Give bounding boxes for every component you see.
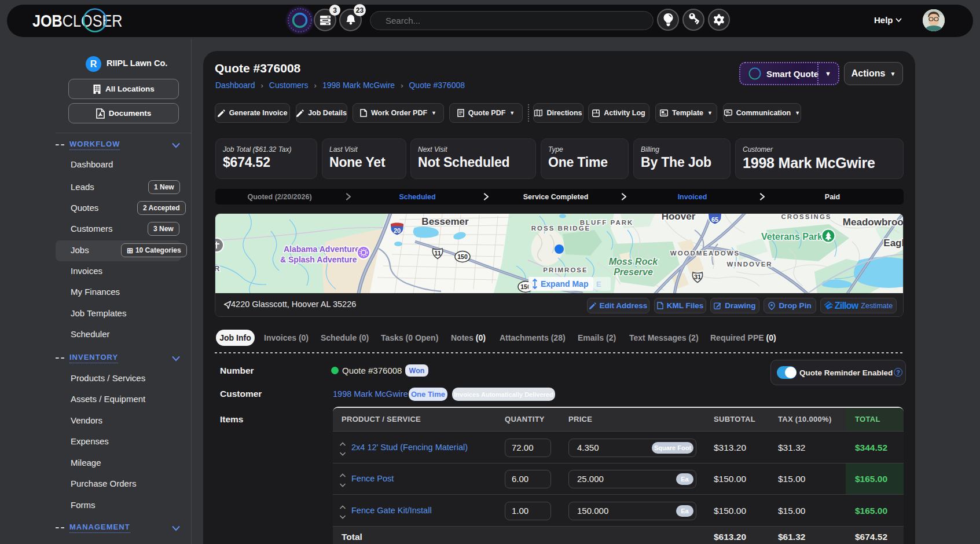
svg-text:150: 150 [457, 253, 468, 260]
svg-text:Alabama Adventure: Alabama Adventure [284, 244, 359, 254]
svg-text:R: R [215, 264, 220, 273]
svg-text:11: 11 [434, 250, 441, 257]
svg-text:PRIMROSE: PRIMROSE [543, 266, 588, 273]
svg-text:65: 65 [711, 216, 718, 223]
svg-text:& Splash Adventure: & Splash Adventure [280, 255, 357, 264]
svg-text:CROSSINGS: CROSSINGS [781, 214, 831, 220]
svg-text:Hoover: Hoover [662, 214, 696, 222]
svg-text:Preserve: Preserve [614, 267, 653, 277]
svg-text:Moss Rock: Moss Rock [609, 257, 659, 266]
svg-text:WOODMEADOWS: WOODMEADOWS [670, 250, 740, 257]
svg-text:Expand Map: Expand Map [541, 279, 588, 289]
svg-text:Meadowbrook: Meadowbrook [843, 217, 903, 228]
svg-text:BLUFF PARK: BLUFF PARK [580, 219, 634, 226]
svg-text:31: 31 [694, 273, 701, 280]
svg-text:WINDOVER: WINDOVER [726, 261, 772, 268]
svg-text:Eagle: Eagle [883, 238, 903, 249]
svg-text:Bessemer: Bessemer [421, 216, 469, 227]
svg-text:E: E [596, 280, 601, 289]
svg-text:Veterans Park: Veterans Park [761, 232, 823, 242]
svg-text:20: 20 [394, 227, 401, 234]
